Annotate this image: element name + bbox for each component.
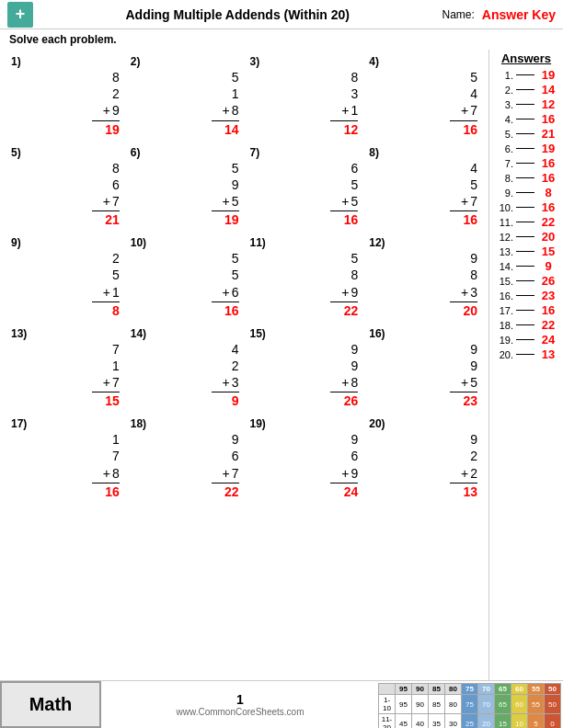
problem-label: 18) [131, 417, 146, 430]
addend-1: 1 [92, 431, 120, 448]
answers-list: 1. 19 2. 14 3. 12 4. 16 5. 21 6. 19 7. 1… [493, 68, 559, 361]
answer-item: 1. 19 [493, 68, 559, 82]
plus-row: +8 [92, 465, 120, 482]
plus-sign: + [461, 193, 468, 210]
answer-item: 9. 8 [493, 186, 559, 199]
problem-2: 2) 5 1 +8 14 [127, 53, 243, 139]
answer-line [516, 339, 534, 340]
addend-1: 2 [92, 250, 120, 267]
plus-sign: + [341, 193, 349, 210]
footer-center: 1 www.CommonCoreSheets.com [101, 681, 379, 728]
answer-line [516, 177, 534, 178]
problem-label: 9) [11, 236, 21, 249]
problem-14: 14) 4 2 +3 9 [127, 325, 243, 411]
addend-3: 8 [350, 374, 358, 391]
answer-value: 20 [537, 230, 559, 244]
addend-3: 5 [232, 193, 239, 210]
addend-3: 9 [350, 284, 358, 301]
answer-number: 12. [493, 232, 513, 243]
answer-number: 7. [493, 158, 513, 169]
answer-number: 6. [493, 143, 513, 154]
answer-line [516, 163, 534, 164]
answer-line [516, 310, 534, 311]
answer-line [516, 133, 534, 134]
addend-2: 1 [212, 85, 239, 102]
addend-2: 1 [92, 358, 120, 374]
problem-nums: 5 5 +6 16 [131, 250, 239, 318]
problem-nums: 9 8 +3 20 [369, 250, 477, 318]
answer-value: 19 [537, 68, 559, 82]
plus-sign: + [461, 284, 468, 301]
problem-nums: 5 9 +5 19 [131, 160, 239, 228]
answer-value: 22 [537, 318, 559, 332]
answers-title: Answers [493, 51, 559, 65]
plus-row: +7 [92, 193, 120, 210]
problem-19: 19) 9 6 +9 24 [247, 415, 362, 501]
plus-row: +8 [212, 102, 239, 119]
problem-nums: 7 1 +7 15 [11, 341, 120, 409]
answer-line [516, 251, 534, 252]
addend-1: 6 [330, 160, 358, 176]
answer-value: 16 [537, 200, 559, 214]
addend-3: 7 [232, 465, 239, 482]
problem-nums: 8 3 +1 12 [250, 69, 359, 137]
answer-number: 3. [493, 99, 513, 110]
problem-label: 8) [369, 146, 379, 159]
problem-answer: 20 [450, 301, 477, 318]
problem-11: 11) 5 8 +9 22 [247, 234, 362, 320]
name-label: Name: [442, 8, 475, 21]
answer-key-label: Answer Key [482, 7, 556, 22]
answer-number: 9. [493, 188, 513, 199]
problem-answer: 16 [450, 210, 477, 227]
addend-2: 4 [450, 85, 477, 102]
problem-6: 6) 5 9 +5 19 [127, 144, 243, 230]
plus-row: +3 [212, 374, 239, 391]
problem-5: 5) 8 6 +7 21 [7, 144, 123, 230]
problem-answer: 23 [450, 392, 477, 408]
problem-answer: 22 [330, 301, 358, 318]
answer-line [516, 354, 534, 355]
addend-2: 9 [330, 358, 358, 374]
answer-item: 14. 9 [493, 259, 559, 273]
addend-1: 5 [450, 69, 477, 85]
problem-nums: 5 1 +8 14 [131, 69, 239, 137]
problem-answer: 12 [330, 120, 358, 137]
addend-3: 7 [470, 193, 477, 210]
problem-17: 17) 1 7 +8 16 [7, 415, 123, 501]
plus-sign: + [103, 465, 110, 482]
addend-3: 8 [232, 102, 239, 119]
addend-1: 9 [450, 341, 477, 358]
instructions: Solve each problem. [0, 29, 563, 50]
answer-item: 11. 22 [493, 215, 559, 229]
addend-2: 6 [212, 448, 239, 464]
problem-3: 3) 8 3 +1 12 [247, 53, 362, 139]
addend-2: 5 [212, 267, 239, 283]
addend-3: 5 [350, 193, 358, 210]
addend-2: 2 [212, 358, 239, 374]
addend-2: 5 [450, 176, 477, 193]
answer-value: 12 [537, 97, 559, 111]
answer-item: 12. 20 [493, 230, 559, 244]
problem-nums: 2 5 +1 8 [11, 250, 120, 318]
addend-3: 7 [112, 193, 120, 210]
answer-number: 15. [493, 276, 513, 287]
addend-2: 8 [450, 267, 477, 283]
plus-row: +6 [212, 284, 239, 301]
problem-answer: 15 [92, 392, 120, 408]
addend-2: 2 [450, 448, 477, 464]
problem-nums: 9 9 +5 23 [369, 341, 477, 409]
main-content: 1) 8 2 +9 19 2) 5 1 +8 14 3) 8 3 +1 12 [0, 50, 563, 680]
answer-value: 15 [537, 245, 559, 258]
addend-2: 5 [330, 176, 358, 193]
answer-number: 11. [493, 217, 513, 228]
problem-16: 16) 9 9 +5 23 [365, 325, 481, 411]
addend-2: 3 [330, 85, 358, 102]
answer-item: 3. 12 [493, 97, 559, 111]
answer-value: 26 [537, 274, 559, 288]
addend-2: 6 [330, 448, 358, 464]
problems-area: 1) 8 2 +9 19 2) 5 1 +8 14 3) 8 3 +1 12 [0, 50, 489, 680]
addend-3: 3 [470, 284, 477, 301]
problem-label: 14) [131, 327, 146, 340]
answer-number: 8. [493, 173, 513, 184]
answer-line [516, 207, 534, 208]
